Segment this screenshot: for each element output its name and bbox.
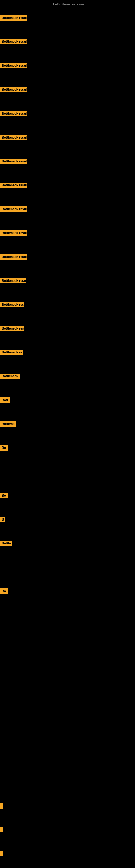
bottleneck-badge: | — [0, 851, 3, 856]
bottleneck-badge: Bottleneck result — [0, 183, 27, 188]
bottleneck-badge: | — [0, 803, 3, 809]
bottleneck-badge: Bottleneck result — [0, 207, 27, 212]
bottleneck-badge: Bottlene — [0, 421, 16, 427]
bottleneck-badge: Bottleneck res — [0, 302, 24, 307]
bottleneck-badge: Bottleneck result — [0, 135, 27, 140]
bottleneck-badge: Bottleneck resu — [0, 278, 26, 283]
bottleneck-badge: Bottleneck result — [0, 15, 27, 21]
bottleneck-badge: Bottleneck result — [0, 39, 27, 44]
bottleneck-badge: Bottleneck result — [0, 111, 27, 116]
bottleneck-badge: Bottleneck result — [0, 230, 27, 236]
bottleneck-badge: Bottleneck — [0, 373, 20, 379]
bottleneck-badge: Bo — [0, 588, 8, 594]
bottleneck-badge: Bottleneck result — [0, 63, 27, 68]
site-title: TheBottlenecker.com — [0, 2, 135, 6]
bottleneck-badge: Bottleneck result — [0, 159, 27, 164]
bottleneck-badge: Bottleneck result — [0, 87, 27, 92]
bottleneck-badge: Bottleneck re — [0, 350, 23, 355]
bottleneck-badge: Bo — [0, 445, 8, 451]
bottleneck-badge: Bottle — [0, 540, 12, 546]
bottleneck-badge: Bottleneck result — [0, 254, 27, 259]
bottleneck-badge: B — [0, 517, 5, 522]
bottleneck-badge: Bott — [0, 397, 10, 403]
bottleneck-badge: Bottleneck res — [0, 326, 24, 331]
bottleneck-badge: | — [0, 827, 3, 833]
bottleneck-badge: Bo — [0, 493, 8, 498]
